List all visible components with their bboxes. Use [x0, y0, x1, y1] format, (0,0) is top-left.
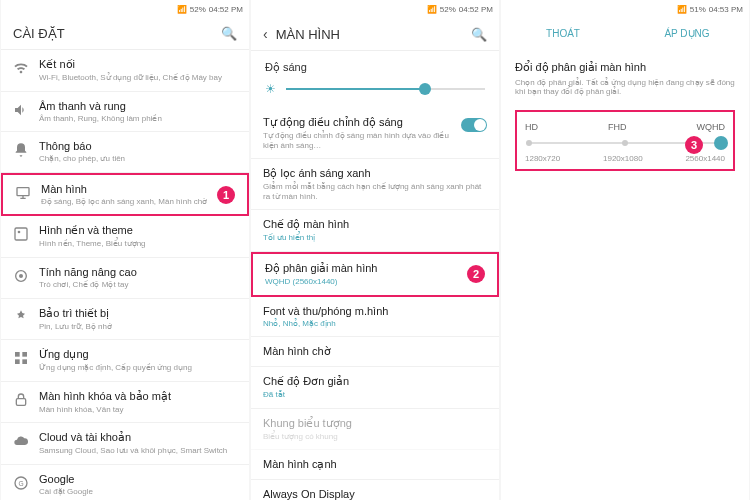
- maint-icon: [13, 309, 29, 325]
- settings-item[interactable]: Thông báo Chặn, cho phép, ưu tiên: [1, 132, 249, 173]
- settings-item[interactable]: Kết nối Wi-Fi, Bluetooth, Sử dụng dữ liệ…: [1, 50, 249, 92]
- lock-icon: [13, 392, 29, 408]
- svg-rect-5: [15, 352, 20, 357]
- display-item[interactable]: Màn hình cạnh: [251, 450, 499, 480]
- item-label: Màn hình chờ: [263, 345, 487, 358]
- status-bar: 📶 52% 04:52 PM: [1, 0, 249, 18]
- item-label: Âm thanh và rung: [39, 100, 237, 112]
- display-item[interactable]: Độ phân giải màn hình WQHD (2560x1440) 2: [251, 252, 499, 297]
- time-text: 04:53 PM: [709, 5, 743, 14]
- svg-rect-7: [15, 359, 20, 364]
- res-option-label: FHD: [608, 122, 627, 132]
- resolution-sub: Chọn độ phân giải. Tất cả ứng dụng hiện …: [515, 78, 735, 96]
- apply-button[interactable]: ÁP DỤNG: [625, 28, 749, 39]
- item-label: Hình nền và theme: [39, 224, 237, 237]
- display-item[interactable]: Chế độ Đơn giản Đã tắt: [251, 367, 499, 409]
- status-bar: 📶 52% 04:52 PM: [251, 0, 499, 18]
- res-option-value: 1920x1080: [603, 154, 643, 163]
- settings-item[interactable]: Bảo trì thiết bị Pin, Lưu trữ, Bộ nhớ: [1, 299, 249, 341]
- item-sub: Cài đặt Google: [39, 487, 237, 497]
- settings-item[interactable]: Màn hình Độ sáng, Bộ lọc ánh sáng xanh, …: [1, 173, 249, 217]
- step-badge-1: 1: [217, 186, 235, 204]
- resolution-title: Đổi độ phân giải màn hình: [515, 61, 735, 74]
- item-sub: Tối ưu hiển thị: [263, 233, 487, 243]
- display-item[interactable]: Bộ lọc ánh sáng xanh Giảm mỏi mắt bằng c…: [251, 159, 499, 210]
- wifi-icon: [13, 60, 29, 76]
- cloud-icon: [13, 433, 29, 449]
- item-sub: Trò chơi, Chế độ Một tay: [39, 280, 237, 290]
- time-text: 04:52 PM: [459, 5, 493, 14]
- svg-point-4: [19, 274, 23, 278]
- google-icon: G: [13, 475, 29, 491]
- battery-text: 52%: [440, 5, 456, 14]
- display-item[interactable]: Always On Display Chọn ảnh hoặc thông ti…: [251, 480, 499, 500]
- svg-rect-1: [15, 228, 27, 240]
- settings-item[interactable]: Hình nền và theme Hình nền, Theme, Biểu …: [1, 216, 249, 258]
- display-item[interactable]: Khung biểu tượng Biểu tượng có khung: [251, 409, 499, 451]
- svg-rect-0: [17, 187, 29, 195]
- item-sub: Samsung Cloud, Sao lưu và khôi phục, Sma…: [39, 446, 237, 456]
- svg-rect-9: [16, 398, 25, 405]
- settings-header: CÀI ĐẶT 🔍: [1, 18, 249, 50]
- item-sub: Đã tắt: [263, 390, 487, 400]
- settings-item[interactable]: Màn hình khóa và bảo mật Màn hình khóa, …: [1, 382, 249, 424]
- time-text: 04:52 PM: [209, 5, 243, 14]
- item-sub: Độ sáng, Bộ lọc ánh sáng xanh, Màn hình …: [41, 197, 235, 207]
- item-sub: Giảm mỏi mắt bằng cách hạn chế lượng ánh…: [263, 182, 487, 201]
- apps-icon: [13, 350, 29, 366]
- battery-text: 52%: [190, 5, 206, 14]
- item-label: Google: [39, 473, 237, 485]
- item-sub: Wi-Fi, Bluetooth, Sử dụng dữ liệu, Chế đ…: [39, 73, 237, 83]
- item-label: Tính năng nâng cao: [39, 266, 237, 278]
- signal-icon: 📶: [677, 5, 687, 14]
- item-sub: WQHD (2560x1440): [265, 277, 485, 287]
- item-sub: Tự động điều chỉnh độ sáng màn hình dựa …: [263, 131, 451, 150]
- svg-text:G: G: [18, 480, 23, 487]
- display-item[interactable]: Font và thu/phóng m.hình Nhỏ, Nhỏ, Mặc đ…: [251, 297, 499, 338]
- battery-text: 51%: [690, 5, 706, 14]
- status-bar: 📶 51% 04:53 PM: [501, 0, 749, 18]
- resolution-selector[interactable]: HDFHDWQHD 1280x7201920x10802560x1440 3: [515, 110, 735, 171]
- adv-icon: [13, 268, 29, 284]
- svg-rect-8: [22, 359, 27, 364]
- item-sub: Màn hình khóa, Vân tay: [39, 405, 237, 415]
- back-icon[interactable]: ‹: [263, 26, 268, 42]
- settings-item[interactable]: Tính năng nâng cao Trò chơi, Chế độ Một …: [1, 258, 249, 299]
- svg-point-2: [18, 231, 21, 234]
- search-icon[interactable]: 🔍: [471, 27, 487, 42]
- signal-icon: 📶: [177, 5, 187, 14]
- item-label: Bộ lọc ánh sáng xanh: [263, 167, 487, 180]
- step-badge-2: 2: [467, 265, 485, 283]
- brightness-icon: ☀: [265, 82, 276, 96]
- settings-item[interactable]: G Google Cài đặt Google: [1, 465, 249, 500]
- res-option-label: HD: [525, 122, 538, 132]
- item-label: Chế độ màn hình: [263, 218, 487, 231]
- display-item[interactable]: Chế độ màn hình Tối ưu hiển thị: [251, 210, 499, 252]
- notif-icon: [13, 142, 29, 158]
- settings-item[interactable]: Cloud và tài khoản Samsung Cloud, Sao lư…: [1, 423, 249, 465]
- search-icon[interactable]: 🔍: [221, 26, 237, 41]
- item-label: Always On Display: [263, 488, 487, 500]
- settings-list: Kết nối Wi-Fi, Bluetooth, Sử dụng dữ liệ…: [1, 50, 249, 500]
- display-icon: [15, 185, 31, 201]
- settings-item[interactable]: Âm thanh và rung Âm thanh, Rung, Không l…: [1, 92, 249, 133]
- item-sub: Chặn, cho phép, ưu tiên: [39, 154, 237, 164]
- res-option-value: 2560x1440: [685, 154, 725, 163]
- item-label: Thông báo: [39, 140, 237, 152]
- resolution-actions: THOÁT ÁP DỤNG: [501, 18, 749, 49]
- item-sub: Biểu tượng có khung: [263, 432, 487, 442]
- svg-rect-6: [22, 352, 27, 357]
- item-label: Cloud và tài khoản: [39, 431, 237, 444]
- exit-button[interactable]: THOÁT: [501, 28, 625, 39]
- step-badge-3: 3: [685, 136, 703, 154]
- display-item[interactable]: Tự động điều chỉnh độ sáng Tự động điều …: [251, 108, 499, 159]
- toggle-switch[interactable]: [461, 118, 487, 132]
- item-label: Màn hình cạnh: [263, 458, 487, 471]
- res-option-value: 1280x720: [525, 154, 560, 163]
- brightness-slider[interactable]: ☀: [251, 78, 499, 108]
- display-item[interactable]: Màn hình chờ: [251, 337, 499, 367]
- page-title: CÀI ĐẶT: [13, 26, 213, 41]
- settings-item[interactable]: Ứng dụng Ứng dụng mặc định, Cấp quyền ứn…: [1, 340, 249, 382]
- item-label: Màn hình: [41, 183, 235, 195]
- item-label: Kết nối: [39, 58, 237, 71]
